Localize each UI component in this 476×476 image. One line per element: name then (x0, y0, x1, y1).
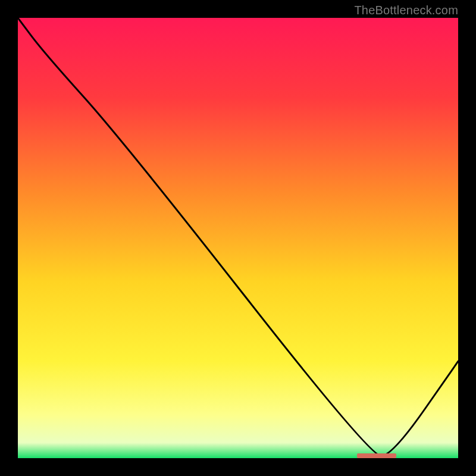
chart-background (18, 18, 458, 458)
chart-plot (18, 18, 458, 458)
optimal-range-marker (357, 453, 397, 458)
chart-frame (18, 18, 458, 458)
watermark-text: TheBottleneck.com (354, 4, 458, 17)
